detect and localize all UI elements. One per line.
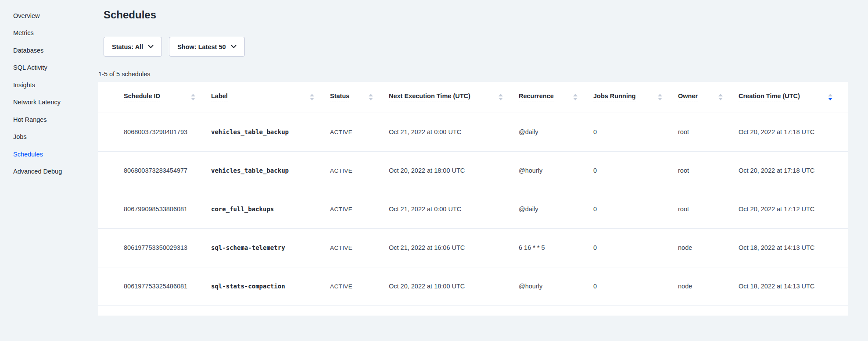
column-header-schedule-id[interactable]: Schedule ID: [98, 82, 211, 113]
cell-jobs-running: 0: [593, 228, 678, 267]
cell-status: ACTIVE: [330, 190, 389, 228]
chevron-down-icon: [231, 45, 237, 49]
sort-arrows-icon[interactable]: [191, 94, 195, 100]
sort-down-icon: [499, 98, 503, 100]
main-content: Schedules Status: All Show: Latest 50 1-…: [98, 0, 868, 341]
sidebar-item-overview[interactable]: Overview: [13, 7, 98, 25]
cell-creation-time: Oct 20, 2022 at 17:18 UTC: [739, 113, 848, 151]
cell-recurrence: 6 16 * * 5: [519, 228, 593, 267]
sidebar-item-jobs[interactable]: Jobs: [13, 128, 98, 146]
sidebar-item-hot-ranges[interactable]: Hot Ranges: [13, 111, 98, 128]
schedules-table-card: Schedule ID Label Status Next Execution …: [98, 82, 848, 316]
sort-up-icon: [499, 94, 503, 96]
table-body: 806800373290401793 vehicles_table_backup…: [98, 113, 848, 305]
sort-down-icon: [573, 98, 577, 100]
sort-up-icon: [310, 94, 314, 96]
sort-up-icon: [573, 94, 577, 96]
cell-next-execution: Oct 20, 2022 at 18:00 UTC: [389, 151, 519, 190]
cell-schedule-id: 806799098533806081: [98, 190, 211, 228]
sort-arrows-icon[interactable]: [573, 94, 577, 100]
sort-down-icon: [369, 98, 373, 100]
sort-up-icon: [369, 94, 373, 96]
show-filter-label: Show: Latest 50: [177, 43, 226, 50]
cell-recurrence: @hourly: [519, 267, 593, 305]
sidebar-item-insights[interactable]: Insights: [13, 76, 98, 94]
sidebar-item-advanced-debug[interactable]: Advanced Debug: [13, 163, 98, 181]
cell-owner: root: [678, 151, 739, 190]
cell-label: sql-schema-telemetry: [211, 228, 330, 267]
sort-up-icon: [718, 94, 723, 96]
sort-down-icon: [718, 98, 723, 100]
schedules-page: Overview Metrics Databases SQL Activity …: [0, 0, 868, 341]
cell-recurrence: @daily: [519, 113, 593, 151]
table-row: 806800373283454977 vehicles_table_backup…: [98, 151, 848, 190]
page-title: Schedules: [104, 9, 848, 21]
cell-schedule-id: 806800373283454977: [98, 151, 211, 190]
cell-label: vehicles_table_backup: [211, 151, 330, 190]
table-header: Schedule ID Label Status Next Execution …: [98, 82, 848, 113]
sidebar-item-schedules[interactable]: Schedules: [13, 146, 98, 163]
schedules-table: Schedule ID Label Status Next Execution …: [98, 82, 848, 306]
cell-creation-time: Oct 20, 2022 at 17:18 UTC: [739, 151, 848, 190]
chevron-down-icon: [148, 45, 154, 49]
table-row: 806197753325486081 sql-stats-compaction …: [98, 267, 848, 305]
cell-owner: root: [678, 190, 739, 228]
cell-creation-time: Oct 18, 2022 at 14:13 UTC: [739, 228, 848, 267]
column-header-next-execution-time-utc[interactable]: Next Execution Time (UTC): [389, 82, 519, 113]
cell-owner: root: [678, 113, 739, 151]
sort-arrows-icon[interactable]: [828, 94, 832, 100]
cell-jobs-running: 0: [593, 190, 678, 228]
sort-down-icon: [191, 98, 195, 100]
sort-up-icon: [658, 94, 662, 96]
column-header-owner[interactable]: Owner: [678, 82, 739, 113]
cell-next-execution: Oct 21, 2022 at 0:00 UTC: [389, 113, 519, 151]
status-filter-dropdown[interactable]: Status: All: [104, 37, 162, 57]
column-header-recurrence[interactable]: Recurrence: [519, 82, 593, 113]
cell-status: ACTIVE: [330, 267, 389, 305]
sort-arrows-icon[interactable]: [499, 94, 503, 100]
cell-next-execution: Oct 21, 2022 at 0:00 UTC: [389, 190, 519, 228]
table-row: 806197753350029313 sql-schema-telemetry …: [98, 228, 848, 267]
cell-jobs-running: 0: [593, 151, 678, 190]
sidebar-nav: Overview Metrics Databases SQL Activity …: [13, 7, 98, 180]
cell-label: core_full_backups: [211, 190, 330, 228]
cell-schedule-id: 806800373290401793: [98, 113, 211, 151]
sort-down-icon: [828, 98, 832, 100]
column-header-label[interactable]: Label: [211, 82, 330, 113]
cell-owner: node: [678, 267, 739, 305]
filters-bar: Status: All Show: Latest 50: [104, 37, 848, 57]
cell-next-execution: Oct 21, 2022 at 16:06 UTC: [389, 228, 519, 267]
cell-status: ACTIVE: [330, 228, 389, 267]
sort-arrows-icon[interactable]: [310, 94, 314, 100]
status-filter-label: Status: All: [112, 43, 143, 50]
cell-recurrence: @hourly: [519, 151, 593, 190]
table-row: 806799098533806081 core_full_backups ACT…: [98, 190, 848, 228]
sort-up-icon: [191, 94, 195, 96]
table-header-row: Schedule ID Label Status Next Execution …: [98, 82, 848, 113]
cell-schedule-id: 806197753350029313: [98, 228, 211, 267]
sidebar-item-metrics[interactable]: Metrics: [13, 25, 98, 42]
sort-arrows-icon[interactable]: [718, 94, 723, 100]
sidebar-item-sql-activity[interactable]: SQL Activity: [13, 59, 98, 77]
cell-label: vehicles_table_backup: [211, 113, 330, 151]
column-header-status[interactable]: Status: [330, 82, 389, 113]
sidebar-item-network-latency[interactable]: Network Latency: [13, 94, 98, 111]
sort-up-icon: [828, 94, 832, 96]
sidebar-item-databases[interactable]: Databases: [13, 42, 98, 59]
show-filter-dropdown[interactable]: Show: Latest 50: [169, 37, 244, 57]
table-row: 806800373290401793 vehicles_table_backup…: [98, 113, 848, 151]
cell-schedule-id: 806197753325486081: [98, 267, 211, 305]
cell-creation-time: Oct 20, 2022 at 17:12 UTC: [739, 190, 848, 228]
results-count: 1-5 of 5 schedules: [98, 71, 848, 79]
cell-status: ACTIVE: [330, 113, 389, 151]
column-header-creation-time-utc[interactable]: Creation Time (UTC): [739, 82, 848, 113]
cell-creation-time: Oct 18, 2022 at 14:13 UTC: [739, 267, 848, 305]
sort-down-icon: [310, 98, 314, 100]
column-header-jobs-running[interactable]: Jobs Running: [593, 82, 678, 113]
cell-recurrence: @daily: [519, 190, 593, 228]
sort-arrows-icon[interactable]: [369, 94, 373, 100]
cell-owner: node: [678, 228, 739, 267]
sort-arrows-icon[interactable]: [658, 94, 662, 100]
cell-status: ACTIVE: [330, 151, 389, 190]
cell-next-execution: Oct 20, 2022 at 18:00 UTC: [389, 267, 519, 305]
